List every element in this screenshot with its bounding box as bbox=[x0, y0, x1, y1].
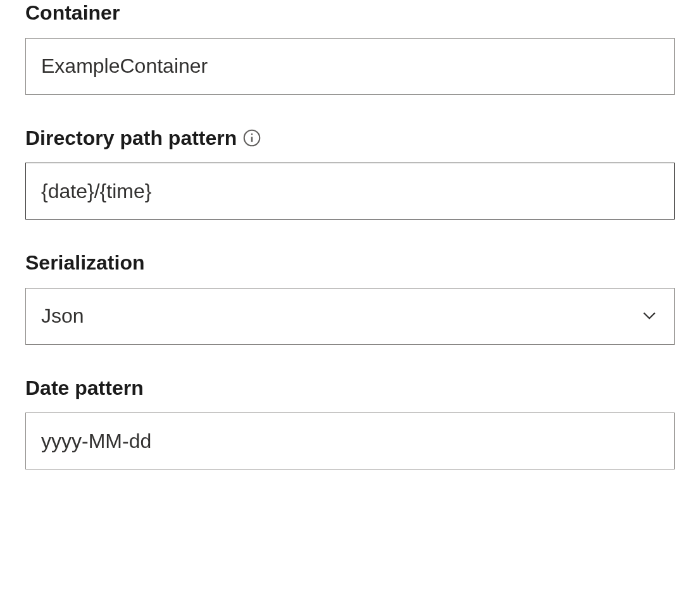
container-label-text: Container bbox=[25, 0, 120, 27]
serialization-label-text: Serialization bbox=[25, 250, 145, 276]
directory-path-pattern-field-group: Directory path pattern bbox=[25, 125, 675, 220]
directory-path-pattern-input[interactable] bbox=[25, 163, 675, 220]
date-pattern-label: Date pattern bbox=[25, 375, 675, 402]
serialization-select[interactable]: Json bbox=[25, 288, 675, 345]
directory-path-pattern-label: Directory path pattern bbox=[25, 125, 675, 152]
date-pattern-label-text: Date pattern bbox=[25, 375, 144, 402]
serialization-select-wrapper: Json bbox=[25, 288, 675, 345]
container-input[interactable] bbox=[25, 38, 675, 95]
container-label: Container bbox=[25, 0, 675, 27]
serialization-label: Serialization bbox=[25, 250, 675, 276]
directory-path-pattern-label-text: Directory path pattern bbox=[25, 125, 237, 152]
date-pattern-field-group: Date pattern bbox=[25, 375, 675, 470]
form-container: Container Directory path pattern Seriali… bbox=[0, 0, 700, 469]
serialization-field-group: Serialization Json bbox=[25, 250, 675, 345]
svg-point-2 bbox=[251, 133, 253, 135]
container-field-group: Container bbox=[25, 0, 675, 95]
date-pattern-input[interactable] bbox=[25, 413, 675, 469]
info-icon[interactable] bbox=[243, 129, 261, 147]
